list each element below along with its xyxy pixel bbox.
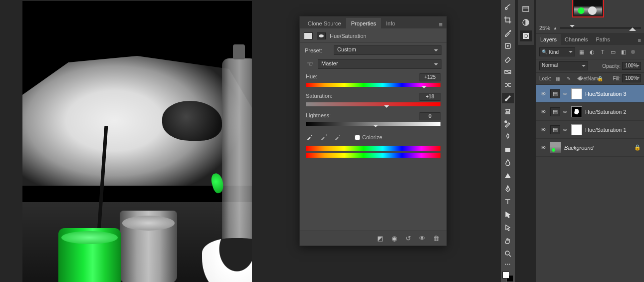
hue-value[interactable]: +125 [420, 73, 440, 81]
layer-name[interactable]: Hue/Saturation 3 [585, 91, 627, 97]
layers-menu-icon[interactable]: ≡ [635, 36, 644, 45]
triangle-tool-icon[interactable] [502, 170, 514, 181]
hue-slider[interactable] [306, 83, 440, 87]
shuffle-tool-icon[interactable] [502, 80, 514, 90]
navigator-thumbnail[interactable] [572, 0, 604, 17]
mask-thumb[interactable] [571, 106, 582, 117]
spot-healing-tool-icon[interactable] [502, 41, 514, 51]
targeted-adjust-tool-icon[interactable]: ☜ [305, 59, 315, 69]
gradient-tool-icon[interactable] [502, 67, 514, 77]
history-brush-tool-icon[interactable] [502, 119, 514, 129]
mask-thumb[interactable] [571, 88, 582, 99]
visibility-icon[interactable]: 👁 [539, 90, 547, 98]
adjustments-panel-icon[interactable] [520, 17, 532, 28]
blur-tool-icon[interactable] [502, 157, 514, 168]
clip-to-layer-icon[interactable]: ◩ [376, 235, 385, 243]
opacity-value[interactable]: 100% [622, 62, 641, 70]
layer-name[interactable]: Hue/Saturation 1 [585, 127, 627, 133]
blend-mode-select[interactable]: Normal [539, 61, 588, 70]
eyedropper-minus-icon[interactable]: - [334, 133, 344, 142]
filter-pixel-icon[interactable]: ▦ [578, 48, 586, 56]
link-icon[interactable]: ∞ [563, 127, 568, 132]
layer-row[interactable]: 👁 ▤ ∞ Hue/Saturation 1 [536, 121, 644, 139]
type-tool-icon[interactable] [502, 196, 514, 207]
smudge-tool-icon[interactable] [502, 132, 514, 142]
rectangle-tool-icon[interactable] [502, 144, 514, 155]
filter-smart-icon[interactable]: ◧ [620, 48, 628, 56]
filter-adjust-icon[interactable]: ◐ [588, 48, 596, 56]
eraser-tool-icon[interactable] [502, 54, 514, 64]
tab-clone-source[interactable]: Clone Source [303, 18, 346, 28]
lock-artboard-icon[interactable]: �etName [586, 75, 593, 82]
reset-icon[interactable]: ↺ [404, 235, 413, 243]
healing-brush-tool-icon[interactable] [502, 2, 514, 12]
lightness-value[interactable]: 0 [420, 112, 440, 120]
visibility-icon[interactable]: 👁 [539, 126, 547, 134]
adjustment-title: Hue/Saturation [330, 33, 366, 39]
tab-paths[interactable]: Paths [592, 34, 614, 45]
channel-select[interactable]: Master [318, 59, 441, 69]
crop-tool-icon[interactable] [502, 15, 514, 25]
filter-shape-icon[interactable]: ▭ [609, 48, 617, 56]
layer-name[interactable]: Hue/Saturation 2 [585, 109, 627, 115]
brush-tool-icon[interactable] [502, 93, 514, 103]
link-icon[interactable]: ∞ [563, 109, 568, 114]
lock-all-icon[interactable]: 🔒 [597, 75, 604, 82]
toggle-visibility-icon[interactable]: 👁 [418, 235, 427, 243]
fill-value[interactable]: 100% [622, 74, 641, 82]
layer-row[interactable]: 👁 ▤ ∞ Hue/Saturation 2 [536, 103, 644, 121]
svg-text:+: + [325, 133, 327, 137]
clone-stamp-tool-icon[interactable] [502, 106, 514, 116]
tab-properties[interactable]: Properties [346, 18, 381, 28]
lightness-slider[interactable] [306, 122, 440, 126]
colorize-checkbox[interactable]: Colorize [355, 134, 382, 140]
history-panel-icon[interactable] [520, 3, 532, 14]
eyedropper-plus-icon[interactable]: + [320, 133, 330, 142]
tab-info[interactable]: Info [381, 18, 400, 28]
panel-menu-icon[interactable]: ≡ [434, 21, 446, 28]
lock-transparency-icon[interactable]: ▦ [555, 75, 562, 82]
mask-thumb[interactable] [571, 124, 582, 135]
lock-image-icon[interactable]: ✎ [565, 75, 572, 82]
pen-tool-icon[interactable] [502, 183, 514, 194]
zoom-out-icon[interactable]: ▲ [553, 26, 557, 30]
visibility-icon[interactable]: 👁 [539, 144, 547, 152]
view-previous-icon[interactable]: ◉ [390, 235, 399, 243]
foreground-color-swatch[interactable] [502, 272, 509, 279]
color-swatches[interactable] [502, 272, 513, 282]
filter-type-icon[interactable]: T [599, 48, 607, 56]
preset-select[interactable]: Custom [334, 45, 441, 55]
zoom-value[interactable]: 25% [539, 25, 550, 31]
visibility-icon[interactable]: 👁 [539, 108, 547, 116]
eyedropper-tool-icon[interactable] [502, 28, 514, 38]
hand-tool-icon[interactable] [502, 235, 514, 246]
layer-row-background[interactable]: 👁 Background 🔒 [536, 139, 644, 157]
filter-toggle[interactable] [631, 50, 635, 54]
link-icon[interactable]: ∞ [563, 91, 568, 96]
preset-label: Preset: [305, 47, 331, 53]
eyedropper-icon[interactable] [306, 133, 316, 142]
input-spectrum[interactable] [306, 146, 440, 151]
saturation-slider[interactable] [306, 102, 440, 106]
svg-point-2 [505, 7, 507, 9]
adjustment-thumb-icon: ▤ [550, 107, 560, 116]
saturation-value[interactable]: +18 [420, 93, 440, 101]
output-spectrum[interactable] [306, 153, 440, 158]
saturation-label: Saturation: [306, 93, 332, 101]
layer-mask-icon[interactable] [317, 32, 326, 39]
layer-row[interactable]: 👁 ▤ ∞ Hue/Saturation 3 [536, 85, 644, 103]
zoom-slider[interactable] [560, 27, 641, 29]
zoom-tool-icon[interactable] [502, 248, 514, 259]
delete-adjustment-icon[interactable]: 🗑 [431, 235, 440, 243]
document-canvas[interactable] [22, 1, 252, 282]
layer-filter-kind[interactable]: Kind [539, 47, 575, 56]
layers-panel: Layers Channels Paths ≡ Kind ▦ ◐ T ▭ ◧ N… [536, 33, 644, 282]
path-select-tool-icon[interactable] [502, 209, 514, 220]
layer-name[interactable]: Background [564, 145, 594, 151]
navigator-panel: 25% ▲ [536, 0, 644, 33]
direct-select-tool-icon[interactable] [502, 222, 514, 233]
tab-channels[interactable]: Channels [561, 34, 592, 45]
lock-icon[interactable]: 🔒 [634, 144, 641, 151]
properties-panel-icon[interactable]: D [520, 30, 532, 41]
tab-layers[interactable]: Layers [536, 34, 561, 45]
